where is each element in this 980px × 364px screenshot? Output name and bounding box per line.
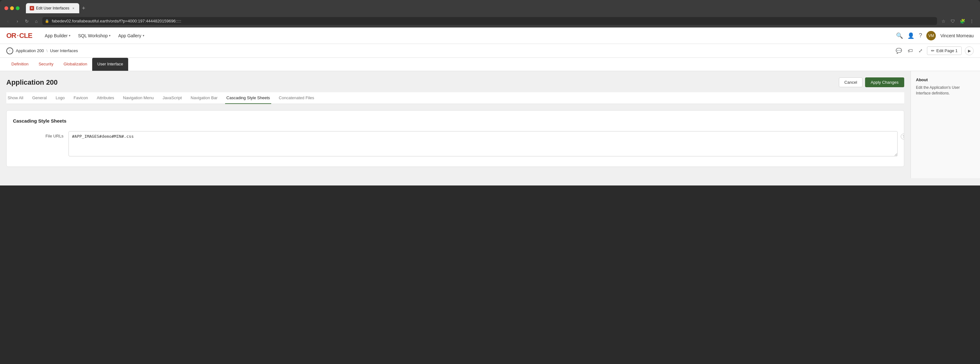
sub-tab-logo-label: Logo (56, 96, 65, 100)
file-urls-row: File URLs ? (13, 129, 897, 160)
tab-nav: Definition Security Globalization User I… (0, 58, 980, 71)
css-section-card: Cascading Style Sheets File URLs ? (6, 110, 904, 167)
sub-tab-javascript-label: JavaScript (162, 96, 182, 100)
oracle-logo: OR●CLE (6, 32, 32, 40)
oracle-logo-text2: CLE (19, 32, 32, 40)
file-urls-field: ? (68, 131, 897, 158)
oracle-logo-text: OR (6, 32, 16, 40)
app-builder-chevron: ▾ (69, 34, 70, 37)
comment-button[interactable]: 💬 (894, 46, 903, 55)
breadcrumb-bar: ↑ Application 200 \ User Interfaces 💬 🏷 … (0, 44, 980, 58)
sub-tab-concatenated-files[interactable]: Concatenated Files (277, 92, 315, 104)
tab-globalization-label: Globalization (64, 62, 87, 66)
about-panel-title: About (916, 77, 975, 82)
sub-tab-show-all[interactable]: Show All (6, 92, 25, 104)
header-right: 🔍 👤 ? VM Vincent Morneau (896, 31, 974, 40)
page-title: Application 200 (6, 78, 58, 86)
content-actions: Cancel Apply Changes (839, 77, 904, 87)
app-header: OR●CLE App Builder ▾ SQL Workshop ▾ App … (0, 27, 980, 44)
breadcrumb-actions: 💬 🏷 ⤢ ✏ Edit Page 1 ▶ (894, 46, 974, 55)
app-gallery-menu[interactable]: App Gallery ▾ (115, 31, 147, 40)
tag-button[interactable]: 🏷 (907, 47, 914, 55)
css-card-body: Cascading Style Sheets File URLs ? (6, 110, 904, 166)
sql-workshop-chevron: ▾ (109, 34, 110, 37)
more-button[interactable]: ⋮ (968, 18, 975, 25)
breadcrumb-current: User Interfaces (50, 48, 78, 53)
app-builder-label: App Builder (45, 33, 68, 38)
tab-bar: ✦ Edit User Interfaces × + (26, 3, 975, 13)
play-button[interactable]: ▶ (965, 46, 974, 55)
app-gallery-chevron: ▾ (143, 34, 144, 37)
tab-globalization[interactable]: Globalization (59, 58, 92, 71)
search-button[interactable]: 🔍 (896, 32, 903, 39)
sub-tab-navigation-bar[interactable]: Navigation Bar (189, 92, 219, 104)
sub-tab-navigation-bar-label: Navigation Bar (191, 96, 218, 100)
user-name: Vincent Morneau (940, 33, 974, 38)
sub-tabs: Show All General Logo Favicon Attributes (6, 92, 904, 104)
sub-tab-favicon[interactable]: Favicon (72, 92, 89, 104)
sub-tab-general[interactable]: General (31, 92, 48, 104)
shield-button[interactable]: 🛡 (949, 18, 957, 25)
sub-tab-show-all-label: Show All (8, 96, 23, 100)
about-panel: About Edit the Application's User Interf… (910, 71, 980, 178)
sub-tab-css[interactable]: Cascading Style Sheets (225, 92, 271, 104)
apply-changes-button[interactable]: Apply Changes (865, 77, 904, 87)
sub-tab-favicon-label: Favicon (73, 96, 88, 100)
active-tab[interactable]: ✦ Edit User Interfaces × (26, 3, 79, 13)
tab-close-button[interactable]: × (71, 6, 75, 10)
forward-button[interactable]: › (14, 18, 21, 25)
url-text: fabedev02.forallabeautiful.earth/ords/f?… (52, 19, 181, 23)
file-urls-label: File URLs (13, 131, 64, 138)
main-content: Application 200 Cancel Apply Changes Sho… (0, 71, 980, 178)
tab-security[interactable]: Security (33, 58, 59, 71)
browser-actions: ☆ 🛡 🧩 ⋮ (940, 18, 975, 25)
sub-tab-attributes[interactable]: Attributes (95, 92, 116, 104)
reload-button[interactable]: ↻ (23, 18, 30, 25)
sub-tab-javascript[interactable]: JavaScript (161, 92, 183, 104)
sub-tab-navigation-menu-label: Navigation Menu (123, 96, 154, 100)
tab-label: Edit User Interfaces (36, 6, 69, 10)
new-tab-button[interactable]: + (81, 5, 86, 12)
extensions-button[interactable]: 🧩 (959, 18, 966, 25)
sub-tab-general-label: General (32, 96, 47, 100)
tab-user-interface[interactable]: User Interface (92, 58, 128, 71)
sql-workshop-label: SQL Workshop (78, 33, 108, 38)
sub-tab-concatenated-files-label: Concatenated Files (279, 96, 314, 100)
home-button[interactable]: ⌂ (33, 18, 40, 25)
main-nav: App Builder ▾ SQL Workshop ▾ App Gallery… (42, 31, 148, 40)
address-bar-row: ‹ › ↻ ⌂ 🔒 fabedev02.forallabeautiful.ear… (0, 16, 980, 27)
back-button[interactable]: ‹ (5, 18, 11, 25)
sub-tab-navigation-menu[interactable]: Navigation Menu (122, 92, 155, 104)
close-traffic-light[interactable] (5, 6, 8, 10)
app-builder-menu[interactable]: App Builder ▾ (42, 31, 73, 40)
lock-icon: 🔒 (45, 19, 49, 23)
tab-definition[interactable]: Definition (6, 58, 33, 71)
content-area: Application 200 Cancel Apply Changes Sho… (0, 71, 910, 178)
tab-favicon-icon: ✦ (30, 6, 34, 10)
sub-tab-css-label: Cascading Style Sheets (226, 96, 270, 100)
content-header: Application 200 Cancel Apply Changes (6, 77, 904, 87)
bookmark-button[interactable]: ☆ (940, 18, 947, 25)
breadcrumb-separator: \ (46, 48, 48, 53)
user-button[interactable]: 👤 (907, 32, 914, 39)
sql-workshop-menu[interactable]: SQL Workshop ▾ (75, 31, 114, 40)
traffic-lights (5, 6, 19, 10)
about-panel-description: Edit the Application's User Interface de… (916, 85, 975, 96)
address-bar[interactable]: 🔒 fabedev02.forallabeautiful.earth/ords/… (42, 17, 937, 25)
tab-security-label: Security (38, 62, 53, 66)
breadcrumb-up-icon: ↑ (6, 47, 13, 54)
tab-definition-label: Definition (11, 62, 29, 66)
maximize-traffic-light[interactable] (16, 6, 19, 10)
minimize-traffic-light[interactable] (10, 6, 14, 10)
avatar: VM (926, 31, 936, 40)
file-urls-help-icon[interactable]: ? (901, 134, 904, 139)
breadcrumb-app-link[interactable]: Application 200 (16, 48, 44, 53)
cancel-button[interactable]: Cancel (839, 77, 862, 87)
sub-tab-attributes-label: Attributes (97, 96, 114, 100)
file-urls-input[interactable] (68, 131, 897, 156)
edit-page-button[interactable]: ✏ Edit Page 1 (927, 46, 962, 55)
help-button[interactable]: ? (919, 32, 922, 39)
edit-icon: ✏ (931, 48, 934, 53)
share-button[interactable]: ⤢ (917, 46, 924, 55)
sub-tab-logo[interactable]: Logo (54, 92, 66, 104)
